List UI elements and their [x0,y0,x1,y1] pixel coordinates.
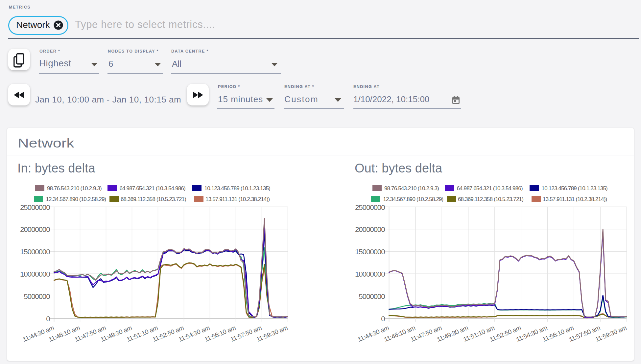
svg-text:10000000: 10000000 [20,270,50,278]
svg-text:20000000: 20000000 [355,225,385,234]
svg-text:5000000: 5000000 [24,292,50,301]
svg-text:0: 0 [381,315,385,323]
svg-text:0: 0 [46,315,50,323]
svg-text:25000000: 25000000 [355,203,385,212]
svg-text:10000000: 10000000 [355,270,385,278]
svg-text:5000000: 5000000 [359,292,385,301]
svg-text:15000000: 15000000 [355,248,385,256]
svg-text:25000000: 25000000 [20,203,50,212]
svg-text:15000000: 15000000 [20,248,50,256]
svg-text:20000000: 20000000 [20,225,50,234]
